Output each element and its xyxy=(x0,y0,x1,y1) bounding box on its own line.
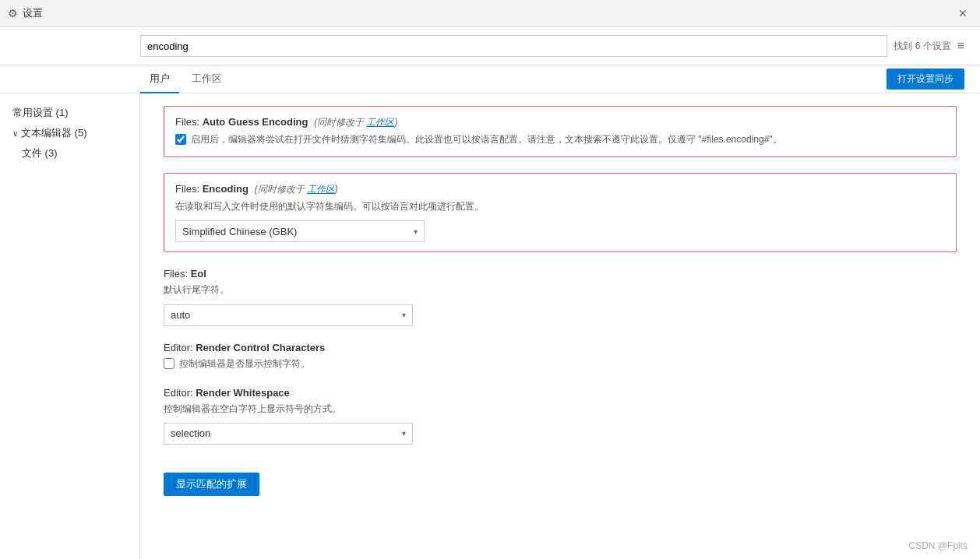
title-bold-4: Render Control Characters xyxy=(196,342,325,353)
tab-workspace[interactable]: 工作区 xyxy=(182,65,231,93)
setting-eol: Files: Eol 默认行尾字符。 auto ▾ xyxy=(164,268,957,325)
encoding-dropdown-arrow: ▾ xyxy=(414,227,418,236)
search-results-count: 找到 6 个设置 xyxy=(894,40,950,53)
eol-dropdown-arrow: ▾ xyxy=(402,311,406,319)
setting-title-render-control: Editor: Render Control Characters xyxy=(164,342,957,353)
watermark: CSDN @Fpits xyxy=(908,540,968,551)
eol-dropdown[interactable]: auto ▾ xyxy=(164,304,413,326)
setting-auto-guess-encoding: Files: Auto Guess Encoding (同时修改于 工作区) 启… xyxy=(164,106,957,157)
render-whitespace-desc: 控制编辑器在空白字符上显示符号的方式。 xyxy=(164,402,957,417)
render-control-checkbox[interactable] xyxy=(164,358,174,369)
workspace-link-2[interactable]: 工作区 xyxy=(307,184,335,195)
setting-title-render-whitespace: Editor: Render Whitespace xyxy=(164,387,957,399)
title-bold-3: Eol xyxy=(191,268,206,280)
title-bold-1: Auto Guess Encoding xyxy=(203,116,308,128)
settings-window: 找到 6 个设置 ≡ 用户 工作区 打开设置同步 常用设置 (1) ∨ 文本编辑… xyxy=(0,27,980,559)
sidebar-item-text-editor[interactable]: ∨ 文本编辑器 (5) xyxy=(0,123,139,143)
setting-render-control: Editor: Render Control Characters 控制编辑器是… xyxy=(164,342,957,371)
setting-title-eol: Files: Eol xyxy=(164,268,957,280)
setting-render-whitespace: Editor: Render Whitespace 控制编辑器在空白字符上显示符… xyxy=(164,387,957,445)
settings-content: Files: Auto Guess Encoding (同时修改于 工作区) 启… xyxy=(140,93,980,559)
checkbox-row-2: 控制编辑器是否显示控制字符。 xyxy=(164,357,957,371)
title-prefix-4: Editor: xyxy=(164,342,196,353)
chevron-icon: ∨ xyxy=(12,129,18,138)
workspace-link-1[interactable]: 工作区 xyxy=(366,117,394,128)
render-control-desc: 控制编辑器是否显示控制字符。 xyxy=(179,357,310,371)
settings-icon: ⚙ xyxy=(8,7,18,19)
show-extensions-button[interactable]: 显示匹配的扩展 xyxy=(164,473,259,496)
render-whitespace-dropdown[interactable]: selection ▾ xyxy=(164,423,413,445)
content-area: 常用设置 (1) ∨ 文本编辑器 (5) 文件 (3) Files: Auto … xyxy=(0,93,980,559)
sidebar-item-files[interactable]: 文件 (3) xyxy=(0,143,139,163)
title-bar: ⚙ 设置 ✕ xyxy=(0,0,980,27)
setting-title-auto-guess: Files: Auto Guess Encoding (同时修改于 工作区) xyxy=(175,116,945,129)
sidebar-item-common[interactable]: 常用设置 (1) xyxy=(0,103,139,123)
sidebar-item-text-editor-label: 文本编辑器 (5) xyxy=(21,126,87,140)
title-sub-2: (同时修改于 工作区) xyxy=(255,184,338,195)
auto-guess-checkbox[interactable] xyxy=(175,134,186,145)
setting-encoding: Files: Encoding (同时修改于 工作区) 在读取和写入文件时使用的… xyxy=(164,173,957,252)
tab-user[interactable]: 用户 xyxy=(140,65,179,93)
title-bold-5: Render Whitespace xyxy=(196,387,290,399)
sync-button[interactable]: 打开设置同步 xyxy=(887,69,964,90)
checkbox-row-1: 启用后，编辑器将尝试在打开文件时猜测字符集编码。此设置也可以按语言配置。请注意，… xyxy=(175,132,945,147)
encoding-dropdown-value: Simplified Chinese (GBK) xyxy=(182,226,297,237)
title-bold-2: Encoding xyxy=(203,183,249,195)
window-title: 设置 xyxy=(23,6,954,20)
close-button[interactable]: ✕ xyxy=(954,4,972,23)
title-prefix-1: Files: xyxy=(175,116,203,128)
title-prefix-3: Files: xyxy=(164,268,191,280)
tabs-row: 用户 工作区 打开设置同步 xyxy=(0,65,980,93)
search-bar: 找到 6 个设置 ≡ xyxy=(0,27,980,65)
eol-dropdown-value: auto xyxy=(171,309,190,321)
auto-guess-desc: 启用后，编辑器将尝试在打开文件时猜测字符集编码。此设置也可以按语言配置。请注意，… xyxy=(191,132,782,147)
sidebar: 常用设置 (1) ∨ 文本编辑器 (5) 文件 (3) xyxy=(0,93,140,559)
title-prefix-5: Editor: xyxy=(164,387,196,399)
title-sub-1: (同时修改于 工作区) xyxy=(314,117,397,128)
search-input[interactable] xyxy=(140,35,887,57)
search-menu-icon[interactable]: ≡ xyxy=(957,39,964,53)
title-prefix-2: Files: xyxy=(175,183,203,195)
encoding-desc: 在读取和写入文件时使用的默认字符集编码。可以按语言对此项进行配置。 xyxy=(175,199,945,214)
render-whitespace-dropdown-arrow: ▾ xyxy=(402,429,406,438)
render-whitespace-dropdown-value: selection xyxy=(171,427,210,439)
encoding-dropdown[interactable]: Simplified Chinese (GBK) ▾ xyxy=(175,220,425,242)
setting-title-encoding: Files: Encoding (同时修改于 工作区) xyxy=(175,183,945,196)
eol-desc: 默认行尾字符。 xyxy=(164,283,957,297)
